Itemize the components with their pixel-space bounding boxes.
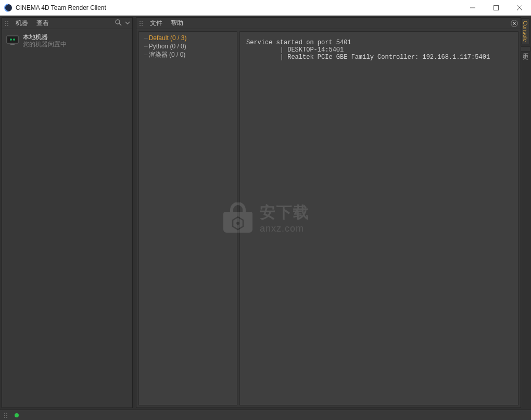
window-close-button[interactable] (508, 0, 531, 15)
panel-grip-icon[interactable] (138, 20, 144, 27)
svg-point-23 (6, 413, 7, 414)
tree-item-renderer[interactable]: –渲染器 (0 / 0) (144, 50, 237, 59)
svg-rect-14 (10, 44, 15, 45)
machine-status: 您的机器闲置中 (23, 41, 67, 48)
log-line: | Realtek PCIe GBE Family Controller: 19… (246, 54, 490, 61)
panel-grip-icon[interactable] (4, 20, 9, 27)
svg-point-26 (4, 417, 5, 418)
svg-point-15 (140, 21, 141, 22)
machines-panel: 机器 查看 (2, 17, 133, 408)
window-maximize-button[interactable] (484, 0, 508, 15)
window-title: CINEMA 4D Team Render Client (16, 4, 461, 11)
svg-rect-11 (7, 36, 18, 43)
log-output[interactable]: Service started on port 5401 | DESKTOP-1… (239, 31, 519, 405)
search-icon[interactable] (115, 19, 122, 28)
svg-point-12 (10, 39, 12, 41)
window-titlebar: CINEMA 4D Team Render Client (0, 0, 531, 16)
machine-row-local[interactable]: 本地机器 您的机器闲置中 (5, 32, 129, 49)
svg-point-6 (7, 23, 8, 24)
window-minimize-button[interactable] (461, 0, 484, 15)
svg-line-10 (119, 23, 121, 26)
svg-rect-2 (494, 5, 498, 10)
svg-point-16 (142, 21, 143, 22)
tree-item-default[interactable]: –Default (0 / 3) (144, 34, 237, 42)
svg-point-25 (6, 415, 7, 416)
menu-help[interactable]: 帮助 (171, 19, 183, 28)
svg-point-19 (140, 25, 141, 26)
chevron-down-icon[interactable] (125, 20, 130, 27)
svg-point-27 (6, 417, 7, 418)
svg-point-17 (140, 23, 141, 24)
svg-point-13 (13, 39, 15, 41)
svg-point-20 (142, 25, 143, 26)
menu-machines[interactable]: 机器 (16, 19, 28, 28)
machines-list: 本地机器 您的机器闲置中 (2, 29, 132, 408)
console-panel: 文件 帮助 –Default (0 / 3) –Python (0 / 0) –… (136, 17, 521, 408)
menu-file[interactable]: 文件 (150, 19, 162, 28)
svg-point-5 (5, 23, 6, 24)
svg-point-9 (116, 20, 120, 24)
svg-point-24 (4, 415, 5, 416)
svg-point-3 (5, 21, 6, 22)
svg-point-4 (7, 21, 8, 22)
statusbar-grip-icon[interactable] (3, 412, 8, 418)
svg-point-7 (5, 25, 6, 26)
log-line: Service started on port 5401 (246, 39, 351, 46)
svg-point-22 (4, 413, 5, 414)
side-tab-console[interactable]: Console (521, 18, 529, 44)
side-tab-strip: Console 历史 (521, 17, 529, 408)
menu-view[interactable]: 查看 (36, 19, 49, 28)
console-panel-wrap: 文件 帮助 –Default (0 / 3) –Python (0 / 0) –… (136, 17, 529, 408)
svg-point-8 (7, 25, 8, 26)
machine-name: 本地机器 (23, 33, 67, 41)
channel-tree: –Default (0 / 3) –Python (0 / 0) –渲染器 (0… (138, 31, 237, 405)
console-body: –Default (0 / 3) –Python (0 / 0) –渲染器 (0… (136, 29, 521, 408)
console-panel-header: 文件 帮助 (136, 18, 521, 29)
vertical-splitter[interactable] (133, 16, 135, 410)
log-line: | DESKTOP-14:5401 (246, 46, 344, 54)
status-indicator-icon (15, 413, 19, 417)
app-icon (4, 4, 12, 12)
machines-panel-header: 机器 查看 (2, 18, 132, 29)
status-bar (0, 410, 531, 420)
panel-close-icon[interactable] (510, 19, 519, 28)
main-row: 机器 查看 (0, 16, 531, 410)
side-tab-history[interactable]: 历史 (521, 46, 530, 52)
svg-rect-1 (470, 7, 475, 8)
window-controls (461, 0, 531, 15)
app-area: 机器 查看 (0, 16, 531, 420)
monitor-icon (6, 35, 19, 46)
svg-point-18 (142, 23, 143, 24)
tree-item-python[interactable]: –Python (0 / 0) (144, 42, 237, 50)
